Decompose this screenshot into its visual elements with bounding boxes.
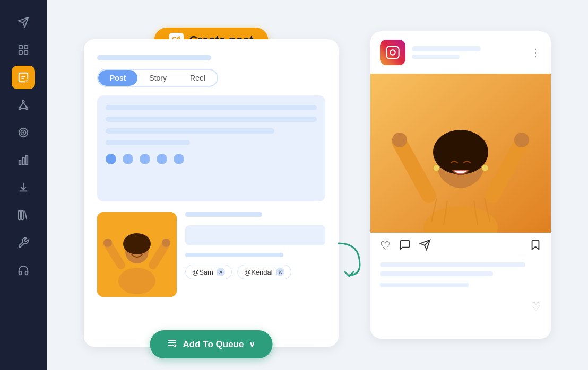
svg-point-44 (433, 130, 488, 174)
media-dot-5 (174, 154, 184, 164)
tag-sam-label: @Sam (192, 268, 213, 276)
ig-action-left-group: ♡ (380, 239, 431, 254)
ig-username-skeleton (412, 46, 481, 51)
post-type-tabs: Post Story Reel (97, 69, 218, 87)
ig-heart-icon[interactable]: ♡ (380, 239, 391, 254)
svg-line-15 (20, 102, 23, 107)
svg-rect-21 (19, 160, 21, 164)
svg-point-33 (162, 239, 170, 247)
queue-icon (167, 338, 178, 351)
svg-point-45 (433, 165, 439, 171)
curved-arrow-svg (333, 238, 376, 280)
text-line-3 (106, 128, 274, 134)
text-line-4 (106, 140, 190, 145)
svg-point-12 (22, 101, 24, 103)
sidebar-item-send[interactable] (12, 11, 35, 34)
svg-rect-22 (22, 157, 24, 164)
caption-input[interactable] (185, 225, 325, 245)
add-to-queue-label: Add To Queue (183, 339, 244, 350)
chevron-down-icon: ∨ (249, 339, 255, 349)
sidebar-item-support[interactable] (12, 259, 35, 282)
tag-sam[interactable]: @Sam ✕ (185, 265, 232, 279)
ig-actions: ♡ (370, 233, 551, 260)
svg-rect-23 (26, 156, 28, 165)
ig-caption-area (370, 260, 551, 296)
svg-point-46 (482, 165, 488, 171)
sidebar-item-chart[interactable] (12, 148, 35, 172)
ig-footer: ♡ (370, 296, 551, 322)
instagram-logo-icon (380, 40, 405, 65)
svg-point-14 (26, 108, 28, 110)
svg-point-50 (514, 133, 529, 147)
media-dot-3 (140, 154, 150, 164)
sidebar-item-posts[interactable] (12, 66, 35, 89)
ig-user-info (412, 46, 530, 59)
svg-rect-3 (24, 46, 28, 49)
svg-rect-24 (19, 211, 21, 220)
svg-rect-4 (19, 51, 22, 54)
svg-point-27 (118, 268, 155, 294)
ig-caption-line-3 (380, 283, 469, 287)
ig-comment-icon[interactable] (399, 239, 411, 254)
svg-rect-25 (21, 211, 23, 220)
post-text-area[interactable] (97, 95, 325, 201)
text-line-1 (106, 105, 317, 110)
instagram-preview-card: ⋮ (370, 31, 551, 339)
ig-header: ⋮ (370, 31, 551, 74)
caption-label (185, 212, 262, 217)
ig-send-icon[interactable] (419, 239, 431, 254)
media-dot-1 (106, 154, 116, 164)
tab-reel[interactable]: Reel (178, 70, 217, 86)
sidebar-item-download[interactable] (12, 176, 35, 199)
remove-tag-kendal[interactable]: ✕ (276, 268, 284, 276)
caption-area: @Sam ✕ @Kendal ✕ (185, 212, 325, 279)
svg-point-20 (23, 132, 24, 133)
svg-line-16 (23, 102, 27, 107)
media-dots (106, 154, 317, 164)
caption-sub-line (185, 253, 283, 257)
sidebar-item-tools[interactable] (12, 231, 35, 254)
remove-tag-sam[interactable]: ✕ (217, 268, 225, 276)
ig-subtitle-skeleton (412, 55, 460, 59)
svg-point-48 (392, 133, 407, 147)
ig-caption-line-1 (380, 262, 525, 267)
person-illustration (97, 212, 177, 297)
media-dot-4 (157, 154, 167, 164)
svg-point-13 (19, 108, 21, 110)
ig-more-icon[interactable]: ⋮ (530, 46, 541, 59)
svg-point-29 (123, 233, 151, 254)
main-content: Create post Post Story Reel (47, 0, 588, 370)
ig-photo-area (370, 74, 551, 233)
tab-story[interactable]: Story (137, 70, 178, 86)
post-bottom-section: @Sam ✕ @Kendal ✕ (97, 212, 325, 297)
media-dot-2 (123, 154, 133, 164)
svg-rect-2 (19, 46, 22, 49)
add-to-queue-button[interactable]: Add To Queue ∨ (150, 330, 273, 358)
sidebar-item-grid[interactable] (12, 38, 35, 61)
ig-caption-line-2 (380, 271, 493, 276)
sidebar-item-target[interactable] (12, 121, 35, 144)
svg-point-31 (103, 239, 112, 247)
tag-kendal[interactable]: @Kendal ✕ (237, 265, 291, 279)
create-post-card: Post Story Reel (84, 39, 339, 347)
account-skeleton (97, 55, 211, 60)
svg-rect-5 (24, 51, 28, 54)
sidebar-item-network[interactable] (12, 93, 35, 117)
create-post-wrapper: Create post Post Story Reel (84, 39, 339, 347)
tab-post[interactable]: Post (98, 70, 137, 86)
tag-kendal-label: @Kendal (244, 268, 273, 276)
photo-thumbnail (97, 212, 177, 297)
ig-footer-heart-icon[interactable]: ♡ (531, 300, 541, 314)
tags-row: @Sam ✕ @Kendal ✕ (185, 265, 325, 279)
sidebar-item-library[interactable] (12, 204, 35, 227)
svg-rect-37 (386, 46, 399, 58)
sidebar (0, 0, 47, 370)
text-line-2 (106, 117, 317, 122)
ig-bookmark-icon[interactable] (530, 239, 541, 254)
ig-person-photo (370, 74, 551, 233)
